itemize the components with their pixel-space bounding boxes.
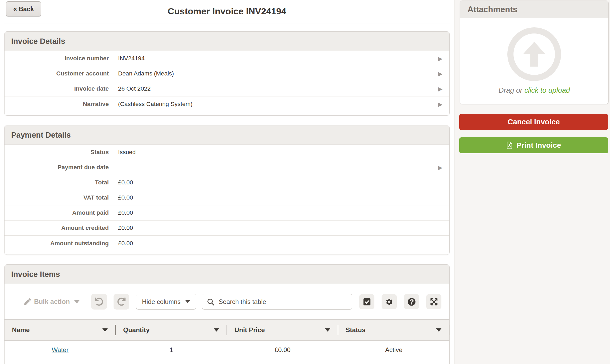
invoice-items-title: Invoice Items xyxy=(5,265,449,284)
cancel-invoice-label: Cancel Invoice xyxy=(508,118,560,126)
detail-row-status: Status Issued xyxy=(5,145,449,160)
row-expand-icon[interactable]: ▶ xyxy=(438,56,442,61)
hide-columns-dropdown[interactable]: Hide columns xyxy=(136,294,196,310)
cell-status: Active xyxy=(338,341,449,359)
detail-label: VAT total xyxy=(5,194,109,201)
detail-label: Invoice number xyxy=(5,55,109,62)
table-fullscreen-button[interactable] xyxy=(426,294,441,309)
detail-value: £0.00 xyxy=(118,225,133,231)
column-label: Status xyxy=(346,326,366,334)
column-header-unit-price[interactable]: Unit Price xyxy=(227,320,338,340)
detail-value: Issued xyxy=(118,149,136,156)
chevron-down-icon xyxy=(74,300,80,303)
detail-row-customer-account[interactable]: Customer account Dean Adams (Meals) ▶ xyxy=(5,66,449,81)
check-square-icon xyxy=(363,298,371,306)
page-title: Customer Invoice INV24194 xyxy=(4,6,450,16)
items-table-header: Name Quantity Unit Price Status xyxy=(5,319,449,341)
detail-label: Payment due date xyxy=(5,164,109,171)
table-search xyxy=(202,294,352,310)
print-invoice-button[interactable]: Print Invoice xyxy=(459,137,608,153)
detail-value: INV24194 xyxy=(118,55,145,62)
pdf-file-icon xyxy=(506,142,513,149)
detail-row-invoice-date[interactable]: Invoice date 26 Oct 2022 ▶ xyxy=(5,81,449,96)
attachments-panel: Attachments Drag or click to upload xyxy=(460,1,609,104)
cell-name: Water xyxy=(5,341,116,359)
upload-instructions: Drag or click to upload xyxy=(460,86,608,95)
invoice-details-title: Invoice Details xyxy=(5,32,449,51)
sidebar: Attachments Drag or click to upload Canc… xyxy=(454,0,610,364)
column-label: Name xyxy=(12,326,30,334)
pencil-icon xyxy=(24,298,31,305)
detail-row-amount-outstanding: Amount outstanding £0.00 xyxy=(5,236,449,251)
bulk-action-label: Bulk action xyxy=(34,298,70,306)
detail-value: £0.00 xyxy=(118,194,133,201)
print-invoice-label: Print Invoice xyxy=(516,141,561,150)
table-settings-button[interactable] xyxy=(382,294,397,309)
detail-row-total: Total £0.00 xyxy=(5,175,449,190)
detail-value: (Cashless Catering System) xyxy=(118,101,193,108)
expand-arrows-icon xyxy=(430,298,438,306)
invoice-details-panel: Invoice Details Invoice number INV24194 … xyxy=(4,31,450,116)
payment-details-title: Payment Details xyxy=(5,125,449,145)
column-header-name[interactable]: Name xyxy=(5,320,116,340)
sort-caret-icon[interactable] xyxy=(102,328,108,332)
detail-label: Amount credited xyxy=(5,225,109,231)
detail-row-amount-credited: Amount credited £0.00 xyxy=(5,221,449,236)
detail-value: 26 Oct 2022 xyxy=(118,85,151,92)
column-header-status[interactable]: Status xyxy=(338,320,449,340)
detail-label: Amount paid xyxy=(5,209,109,216)
invoice-items-panel: Invoice Items Bulk action Hide columns xyxy=(4,264,450,364)
table-help-button[interactable] xyxy=(404,294,419,309)
click-to-upload-link[interactable]: click to upload xyxy=(524,86,570,94)
redo-button[interactable] xyxy=(114,294,129,310)
chevron-down-icon xyxy=(185,300,190,303)
detail-label: Amount outstanding xyxy=(5,240,109,247)
payment-details-panel: Payment Details Status Issued Payment du… xyxy=(4,125,450,255)
detail-value: £0.00 xyxy=(118,240,133,247)
detail-row-invoice-number[interactable]: Invoice number INV24194 ▶ xyxy=(5,51,449,66)
detail-label: Customer account xyxy=(5,70,109,77)
page-header: « Back Customer Invoice INV24194 xyxy=(4,0,450,23)
detail-value: £0.00 xyxy=(118,209,133,216)
column-separator xyxy=(449,325,449,335)
drag-text: Drag or xyxy=(499,86,525,94)
cancel-invoice-button[interactable]: Cancel Invoice xyxy=(459,114,608,130)
search-input[interactable] xyxy=(202,294,352,310)
upload-arrow-icon xyxy=(520,40,548,68)
column-label: Quantity xyxy=(123,326,149,334)
upload-arrow-circle-icon[interactable] xyxy=(507,27,561,81)
invoice-details-rows: Invoice number INV24194 ▶ Customer accou… xyxy=(5,51,449,115)
detail-value: Dean Adams (Meals) xyxy=(118,70,174,77)
search-icon xyxy=(207,298,215,306)
detail-row-narrative[interactable]: Narrative (Cashless Catering System) ▶ xyxy=(5,96,449,112)
table-row: Water 1 £0.00 Active xyxy=(5,341,449,359)
table-tool-buttons xyxy=(359,294,441,309)
attachment-dropzone[interactable]: Drag or click to upload xyxy=(460,18,608,104)
select-rows-button[interactable] xyxy=(359,294,374,309)
invoice-items-toolbar: Bulk action Hide columns xyxy=(5,284,449,319)
column-header-quantity[interactable]: Quantity xyxy=(116,320,227,340)
attachments-title: Attachments xyxy=(460,1,608,18)
sort-caret-icon[interactable] xyxy=(325,328,330,332)
row-expand-icon[interactable]: ▶ xyxy=(438,71,442,77)
cell-unit-price: £0.00 xyxy=(227,341,338,359)
row-expand-icon[interactable]: ▶ xyxy=(438,165,442,170)
bulk-action-dropdown[interactable]: Bulk action xyxy=(24,298,80,306)
hide-columns-label: Hide columns xyxy=(142,298,181,306)
detail-label: Status xyxy=(5,149,109,156)
cell-quantity: 1 xyxy=(116,341,227,359)
detail-label: Total xyxy=(5,179,109,186)
row-expand-icon[interactable]: ▶ xyxy=(438,86,442,92)
detail-label: Narrative xyxy=(5,101,109,108)
main-content: « Back Customer Invoice INV24194 Invoice… xyxy=(0,0,454,364)
sort-caret-icon[interactable] xyxy=(214,328,219,332)
row-expand-icon[interactable]: ▶ xyxy=(438,101,442,107)
item-link[interactable]: Water xyxy=(52,346,69,354)
detail-value: £0.00 xyxy=(118,179,133,186)
help-circle-icon xyxy=(408,298,416,306)
undo-button[interactable] xyxy=(91,294,107,310)
sort-caret-icon[interactable] xyxy=(436,328,441,332)
detail-row-amount-paid: Amount paid £0.00 xyxy=(5,205,449,221)
detail-row-payment-due-date[interactable]: Payment due date ▶ xyxy=(5,160,449,175)
column-label: Unit Price xyxy=(235,326,265,334)
